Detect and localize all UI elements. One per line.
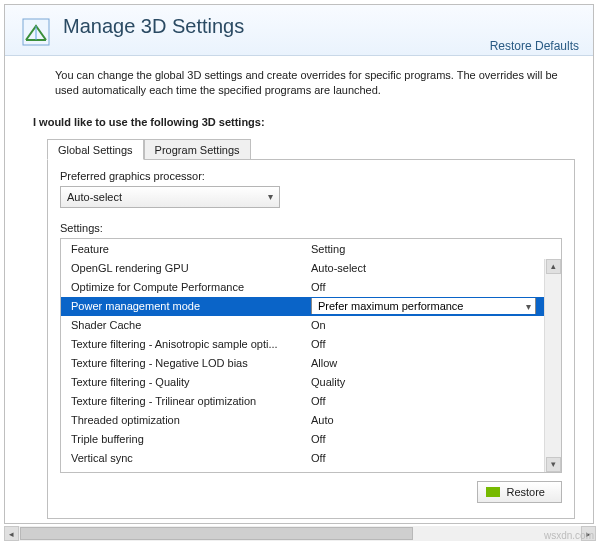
preferred-processor-dropdown[interactable]: Auto-select ▾ bbox=[60, 186, 280, 208]
row-setting: 1 bbox=[311, 471, 536, 472]
hscroll-thumb[interactable] bbox=[20, 527, 413, 540]
row-feature: Texture filtering - Trilinear optimizati… bbox=[71, 395, 311, 407]
tab-program-settings[interactable]: Program Settings bbox=[144, 139, 251, 160]
scroll-left-icon[interactable]: ◂ bbox=[4, 526, 19, 541]
row-feature: Shader Cache bbox=[71, 319, 311, 331]
row-setting: Off bbox=[311, 433, 536, 445]
row-feature: Optimize for Compute Performance bbox=[71, 281, 311, 293]
row-feature: Texture filtering - Anisotropic sample o… bbox=[71, 338, 311, 350]
row-feature: Texture filtering - Quality bbox=[71, 376, 311, 388]
table-row[interactable]: Power management modePrefer maximum perf… bbox=[61, 297, 544, 316]
settings-label: Settings: bbox=[60, 222, 562, 234]
row-setting-value: Prefer maximum performance bbox=[318, 300, 464, 312]
restore-row: Restore bbox=[60, 481, 562, 503]
table-row[interactable]: OpenGL rendering GPUAuto-select bbox=[61, 259, 544, 278]
settings-rows: OpenGL rendering GPUAuto-selectOptimize … bbox=[61, 259, 544, 472]
table-row[interactable]: Texture filtering - Negative LOD biasAll… bbox=[61, 354, 544, 373]
tab-body-global: Preferred graphics processor: Auto-selec… bbox=[47, 159, 575, 519]
table-row[interactable]: Optimize for Compute PerformanceOff bbox=[61, 278, 544, 297]
row-setting: On bbox=[311, 319, 536, 331]
preferred-processor-value: Auto-select bbox=[67, 191, 122, 203]
vertical-scrollbar[interactable]: ▴ ▾ bbox=[544, 259, 561, 472]
page-title: Manage 3D Settings bbox=[63, 15, 244, 38]
table-row[interactable]: Shader CacheOn bbox=[61, 316, 544, 335]
chevron-down-icon: ▾ bbox=[526, 301, 531, 312]
scroll-down-icon[interactable]: ▾ bbox=[546, 457, 561, 472]
preferred-processor-label: Preferred graphics processor: bbox=[60, 170, 562, 182]
table-row[interactable]: Triple bufferingOff bbox=[61, 430, 544, 449]
row-feature: Power management mode bbox=[71, 300, 311, 312]
row-setting: Off bbox=[311, 338, 536, 350]
header-3d-icon bbox=[19, 15, 53, 49]
table-row[interactable]: Virtual Reality pre-rendered frames1 bbox=[61, 468, 544, 472]
tabs-container: Global Settings Program Settings Preferr… bbox=[47, 138, 575, 519]
table-row[interactable]: Texture filtering - Trilinear optimizati… bbox=[61, 392, 544, 411]
row-setting: Off bbox=[311, 395, 536, 407]
row-feature: Vertical sync bbox=[71, 452, 311, 464]
table-row[interactable]: Threaded optimizationAuto bbox=[61, 411, 544, 430]
row-feature: Threaded optimization bbox=[71, 414, 311, 426]
row-setting: Allow bbox=[311, 357, 536, 369]
hscroll-track[interactable] bbox=[19, 526, 581, 541]
row-setting: Auto-select bbox=[311, 262, 536, 274]
row-feature: Texture filtering - Negative LOD bias bbox=[71, 357, 311, 369]
settings-table: Feature Setting OpenGL rendering GPUAuto… bbox=[60, 238, 562, 473]
table-row[interactable]: Texture filtering - QualityQuality bbox=[61, 373, 544, 392]
row-feature: Triple buffering bbox=[71, 433, 311, 445]
row-setting: Off bbox=[311, 452, 536, 464]
tab-global-settings[interactable]: Global Settings bbox=[47, 139, 144, 160]
description-text: You can change the global 3D settings an… bbox=[5, 56, 593, 108]
nvidia-logo-icon bbox=[486, 487, 500, 497]
settings-scroll-area: OpenGL rendering GPUAuto-selectOptimize … bbox=[61, 259, 561, 472]
restore-button[interactable]: Restore bbox=[477, 481, 562, 503]
row-feature: OpenGL rendering GPU bbox=[71, 262, 311, 274]
row-setting[interactable]: Prefer maximum performance▾ bbox=[311, 298, 536, 314]
row-setting-dropdown[interactable]: Prefer maximum performance▾ bbox=[311, 298, 536, 314]
chevron-down-icon: ▾ bbox=[268, 191, 273, 202]
restore-defaults-link[interactable]: Restore Defaults bbox=[490, 39, 579, 53]
table-row[interactable]: Vertical syncOff bbox=[61, 449, 544, 468]
horizontal-scrollbar[interactable]: ◂ ▸ bbox=[4, 526, 596, 541]
table-row[interactable]: Texture filtering - Anisotropic sample o… bbox=[61, 335, 544, 354]
column-setting: Setting bbox=[311, 243, 553, 255]
panel-header: Manage 3D Settings Restore Defaults bbox=[5, 5, 593, 56]
row-setting: Auto bbox=[311, 414, 536, 426]
watermark: wsxdn.com bbox=[544, 530, 594, 541]
column-feature: Feature bbox=[71, 243, 311, 255]
restore-button-label: Restore bbox=[506, 486, 545, 498]
settings-table-header: Feature Setting bbox=[61, 239, 561, 259]
settings-panel: Manage 3D Settings Restore Defaults You … bbox=[4, 4, 594, 524]
scroll-up-icon[interactable]: ▴ bbox=[546, 259, 561, 274]
row-feature: Virtual Reality pre-rendered frames bbox=[71, 471, 311, 472]
section-label: I would like to use the following 3D set… bbox=[5, 108, 593, 132]
row-setting: Off bbox=[311, 281, 536, 293]
row-setting: Quality bbox=[311, 376, 536, 388]
tab-strip: Global Settings Program Settings bbox=[47, 138, 575, 159]
